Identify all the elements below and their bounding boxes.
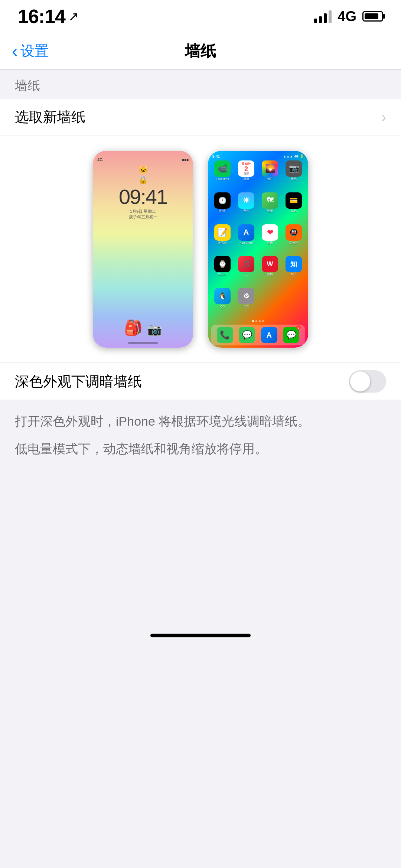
back-button[interactable]: ‹ 设置 — [12, 42, 49, 61]
page-dot-1 — [252, 320, 254, 322]
status-bar: 16:14 ↗ 4G — [0, 0, 401, 33]
chevron-right-icon: › — [381, 109, 386, 126]
app-zhihu: 知 知乎 — [282, 256, 305, 286]
dock-wechat: 💬 3 — [283, 327, 299, 343]
back-label: 设置 — [20, 42, 49, 61]
lock-status-bar: 4G ■■■ — [97, 157, 189, 162]
network-label: 4G — [338, 9, 356, 25]
home-indicator-area — [0, 626, 401, 648]
app-photos: 🌄 相片 — [258, 160, 281, 191]
lock-screen-wallpaper: 4G ■■■ 🐱 🔒 09:41 1月9日 星期二 庚子年三月初一 🎒 📷 — [93, 151, 193, 348]
wechat-badge: 3 — [296, 325, 301, 330]
app-facetime: 📹 FaceTime — [211, 160, 234, 191]
home-status-bar: 9:41 ▲▲▲ 4G 🔋 — [209, 153, 307, 160]
app-weather: ☀ 天气 — [235, 192, 258, 223]
app-wallet: 💳 钱包 — [282, 192, 305, 223]
status-right: 4G — [314, 9, 383, 25]
app-clock: 🕐 时钟 — [211, 192, 234, 223]
lock-status-time: 4G — [97, 157, 103, 162]
signal-bar-3 — [324, 13, 327, 23]
lock-cat-face: 🐱 — [138, 165, 148, 175]
app-grid: 📹 FaceTime 星期行 2 日历 日历 🌄 相片 — [209, 160, 307, 319]
app-calendar: 星期行 2 日历 日历 — [235, 160, 258, 191]
app-notes: 📝 备忘录 — [211, 224, 234, 255]
page-dots — [209, 319, 307, 323]
info-text-area: 打开深色外观时，iPhone 将根据环境光线调暗墙纸。 低电量模式下，动态墙纸和… — [0, 400, 401, 478]
status-time: 16:14 — [18, 5, 65, 27]
toggle-knob — [350, 371, 370, 391]
signal-bars — [314, 10, 332, 23]
lock-time: 09:41 — [119, 186, 167, 207]
info-text-2: 低电量模式下，动态墙纸和视角缩放将停用。 — [15, 439, 386, 459]
section-header: 墙纸 — [0, 70, 401, 99]
dark-mode-toggle[interactable] — [349, 370, 386, 393]
location-icon: ↗ — [68, 9, 79, 24]
app-qq: 🐧 QQ — [211, 288, 234, 318]
signal-bar-1 — [314, 19, 317, 23]
lock-status-right: ■■■ — [182, 158, 189, 162]
app-music: 🎵 音乐 — [235, 256, 258, 286]
list-section-wallpaper: 选取新墙纸 › — [0, 99, 401, 136]
signal-bar-2 — [319, 16, 322, 23]
battery-icon — [362, 11, 383, 22]
app-maps: 🗺 地图 — [258, 192, 281, 223]
page-dot-3 — [259, 320, 261, 322]
app-appstore: A App Store — [235, 224, 258, 255]
app-watch: ⌚ Watch — [211, 256, 234, 286]
home-screen-preview[interactable]: 9:41 ▲▲▲ 4G 🔋 📹 FaceTime — [208, 151, 308, 348]
lock-swipe-bar — [128, 342, 158, 344]
battery-fill — [365, 13, 378, 19]
lock-padlock-icon: 🔒 — [138, 175, 148, 184]
select-wallpaper-row[interactable]: 选取新墙纸 › — [0, 99, 401, 136]
page-dot-4 — [262, 320, 264, 322]
signal-bar-4 — [329, 10, 332, 23]
page-title: 墙纸 — [185, 41, 216, 62]
page-dot-2 — [255, 320, 257, 322]
lock-bag-icon: 🎒 — [124, 319, 143, 337]
empty-cell-2 — [282, 288, 305, 318]
lock-date: 1月9日 星期二 庚子年三月初一 — [129, 209, 157, 220]
back-chevron-icon: ‹ — [12, 42, 17, 59]
dock: 📞 💬 A 💬 3 — [211, 325, 305, 345]
dark-mode-toggle-section: 深色外观下调暗墙纸 — [0, 363, 401, 400]
lock-camera-icon: 📷 — [147, 322, 162, 337]
home-screen-inner: 9:41 ▲▲▲ 4G 🔋 📹 FaceTime — [208, 151, 308, 348]
select-wallpaper-label: 选取新墙纸 — [15, 108, 85, 127]
home-status-right: ▲▲▲ 4G 🔋 — [283, 155, 304, 158]
home-screen-wallpaper: 9:41 ▲▲▲ 4G 🔋 📹 FaceTime — [208, 151, 308, 348]
wallpaper-preview-area: 4G ■■■ 🐱 🔒 09:41 1月9日 星期二 庚子年三月初一 🎒 📷 9:… — [0, 136, 401, 363]
dark-mode-label: 深色外观下调暗墙纸 — [15, 372, 142, 391]
app-settings: ⚙ 设置 — [235, 288, 258, 318]
dock-phone: 📞 — [217, 327, 233, 343]
info-text-1: 打开深色外观时，iPhone 将根据环境光线调暗墙纸。 — [15, 411, 386, 431]
lock-screen-preview[interactable]: 4G ■■■ 🐱 🔒 09:41 1月9日 星期二 庚子年三月初一 🎒 📷 — [93, 151, 193, 348]
app-health: ❤ 健康 — [258, 224, 281, 255]
app-yitrip: 🚇 亿通行 — [282, 224, 305, 255]
app-camera: 📷 相机 — [282, 160, 305, 191]
bottom-padding — [0, 478, 401, 626]
dock-appstore: A — [261, 327, 277, 343]
dock-messages: 💬 — [239, 327, 255, 343]
app-weibo: W 微博 — [258, 256, 281, 286]
home-indicator — [150, 634, 251, 637]
home-time: 9:41 — [212, 155, 220, 159]
nav-bar: ‹ 设置 墙纸 — [0, 33, 401, 70]
lock-bottom-items: 🎒 📷 — [93, 319, 193, 337]
empty-cell-1 — [258, 288, 281, 318]
